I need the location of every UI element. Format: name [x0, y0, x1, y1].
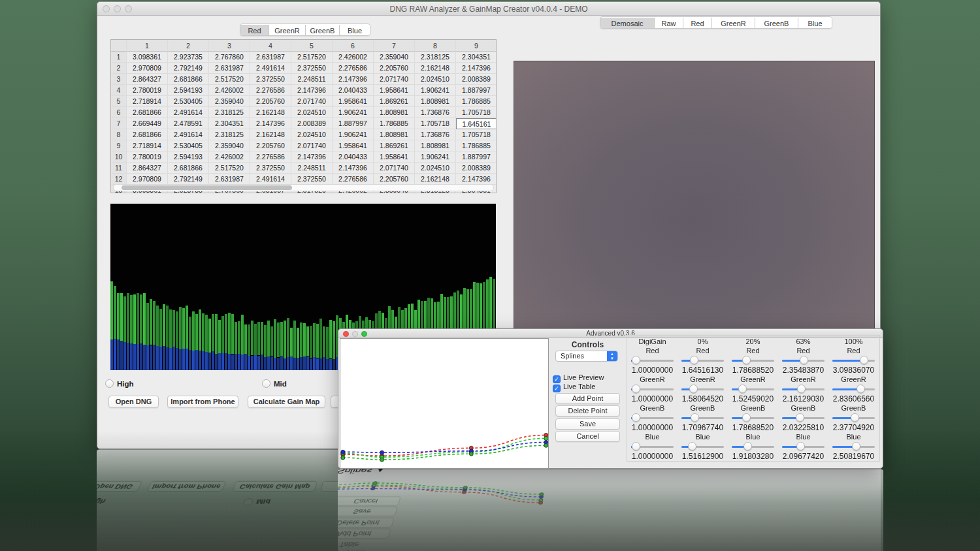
table-cell[interactable]: 2.205760: [374, 63, 415, 74]
slider-thumb[interactable]: [632, 356, 640, 364]
control-point-blue[interactable]: [380, 450, 384, 454]
control-point-greenb[interactable]: [469, 452, 473, 456]
radio-mid[interactable]: Mid: [262, 377, 287, 389]
table-cell[interactable]: 1.705718: [456, 107, 497, 118]
table-cell[interactable]: 2.276586: [333, 174, 374, 185]
table-cell[interactable]: 2.517520: [291, 52, 333, 63]
table-cell[interactable]: 2.491614: [168, 129, 209, 140]
table-cell[interactable]: 1.887997: [456, 151, 497, 163]
table-cell[interactable]: 2.162148: [415, 63, 456, 74]
table-cell[interactable]: 2.304351: [209, 118, 250, 129]
table-cell[interactable]: 2.147396: [456, 174, 497, 185]
table-cell[interactable]: 2.147396: [333, 74, 374, 85]
table-cell[interactable]: 2.681866: [168, 74, 209, 85]
gain-slider[interactable]: [631, 413, 674, 423]
table-cell[interactable]: 2.631987: [250, 52, 291, 63]
add-point-button[interactable]: Add Point: [555, 393, 620, 404]
gain-slider[interactable]: [681, 413, 724, 423]
control-point-greenb[interactable]: [380, 458, 384, 462]
table-cell[interactable]: 2.631987: [209, 174, 250, 185]
slider-thumb[interactable]: [857, 385, 865, 393]
table-cell[interactable]: 2.318125: [415, 52, 456, 63]
import-from-phone-button[interactable]: Import from Phone: [167, 396, 238, 408]
table-cell[interactable]: 2.147396: [250, 118, 291, 129]
table-cell[interactable]: 1.808981: [374, 129, 415, 140]
table-cell[interactable]: 1.906241: [333, 129, 374, 140]
table-cell[interactable]: 1.887997: [333, 118, 374, 129]
table-cell[interactable]: 2.718914: [127, 96, 168, 107]
gain-slider[interactable]: [631, 355, 674, 366]
preview-tab-greenb[interactable]: GreenB: [755, 18, 798, 29]
tab-red[interactable]: Red: [240, 25, 269, 36]
table-cell[interactable]: 2.276586: [250, 151, 291, 163]
table-cell[interactable]: 1.958641: [333, 140, 374, 151]
slider-thumb[interactable]: [743, 442, 752, 450]
table-cell[interactable]: 2.008389: [456, 163, 497, 174]
gain-slider[interactable]: [732, 355, 774, 366]
slider-thumb[interactable]: [800, 356, 808, 364]
slider-thumb[interactable]: [738, 385, 747, 393]
table-cell[interactable]: 2.162148: [415, 174, 456, 185]
table-cell[interactable]: 1.869261: [374, 96, 415, 107]
table-cell[interactable]: 2.718914: [127, 140, 168, 151]
radio-circle-icon[interactable]: [262, 379, 270, 388]
preview-tab-demosaic[interactable]: Demosaic: [600, 18, 655, 29]
table-cell[interactable]: 2.147396: [456, 63, 497, 74]
table-cell[interactable]: 2.008389: [456, 74, 497, 85]
table-cell[interactable]: 2.359040: [209, 96, 250, 107]
table-cell[interactable]: 2.491614: [250, 63, 291, 74]
slider-thumb[interactable]: [690, 356, 698, 364]
gain-slider[interactable]: [732, 384, 774, 394]
gain-slider[interactable]: [832, 355, 875, 366]
table-cell[interactable]: 2.276586: [250, 85, 291, 96]
table-cell[interactable]: 1.906241: [415, 151, 456, 163]
table-cell[interactable]: 2.669449: [127, 118, 168, 129]
table-cell[interactable]: 1.808981: [374, 107, 415, 118]
table-cell[interactable]: 2.681866: [127, 107, 168, 118]
table-cell[interactable]: 2.040433: [333, 151, 374, 163]
table-cell[interactable]: 2.024510: [291, 129, 333, 140]
table-cell[interactable]: 1.808981: [415, 96, 456, 107]
table-cell[interactable]: 3.098361: [127, 52, 168, 63]
table-cell[interactable]: 2.359040: [374, 52, 415, 63]
table-cell[interactable]: 2.530405: [168, 140, 209, 151]
table-cell[interactable]: 2.372550: [250, 74, 291, 85]
control-point-greenb[interactable]: [544, 443, 548, 447]
gain-slider[interactable]: [832, 413, 875, 423]
main-titlebar[interactable]: DNG RAW Analyzer & GainMap Creator v04.0…: [97, 2, 880, 16]
table-cell[interactable]: 2.372550: [250, 163, 291, 174]
table-cell[interactable]: 2.478591: [168, 118, 209, 129]
slider-thumb[interactable]: [632, 442, 640, 450]
gain-slider[interactable]: [782, 413, 825, 423]
table-cell[interactable]: 1.736876: [415, 107, 456, 118]
checkbox[interactable]: ✓: [553, 385, 561, 392]
gain-slider[interactable]: [832, 441, 875, 452]
preview-tab-raw[interactable]: Raw: [655, 18, 683, 29]
table-cell[interactable]: 2.024510: [415, 74, 456, 85]
table-cell[interactable]: 2.162148: [250, 129, 291, 140]
table-cell[interactable]: 2.372550: [291, 174, 333, 185]
table-cell[interactable]: 2.318125: [209, 129, 250, 140]
table-cell[interactable]: 1.958641: [374, 151, 415, 163]
table-cell[interactable]: 2.147396: [291, 85, 333, 96]
slider-thumb[interactable]: [796, 442, 805, 450]
gain-slider[interactable]: [681, 384, 724, 394]
table-cell[interactable]: 2.681866: [127, 129, 168, 140]
save-button[interactable]: Save: [555, 418, 620, 430]
table-cell[interactable]: 2.359040: [209, 140, 250, 151]
gain-slider[interactable]: [782, 441, 825, 452]
slider-thumb[interactable]: [742, 356, 751, 364]
table-cell[interactable]: 2.594193: [168, 85, 209, 96]
gain-slider[interactable]: [732, 441, 774, 452]
mode-select[interactable]: Splines ▲▼: [555, 351, 618, 362]
slider-thumb[interactable]: [860, 356, 868, 364]
table-cell[interactable]: 2.970809: [127, 174, 168, 185]
table-cell[interactable]: 2.147396: [333, 163, 374, 174]
table-cell[interactable]: 2.426002: [209, 85, 250, 96]
tab-greenb[interactable]: GreenB: [306, 25, 340, 36]
gain-slider[interactable]: [631, 384, 674, 394]
tab-greenr[interactable]: GreenR: [269, 25, 306, 36]
table-cell[interactable]: 2.024510: [415, 163, 456, 174]
gain-slider[interactable]: [782, 355, 825, 366]
table-cell[interactable]: 2.318125: [209, 107, 250, 118]
